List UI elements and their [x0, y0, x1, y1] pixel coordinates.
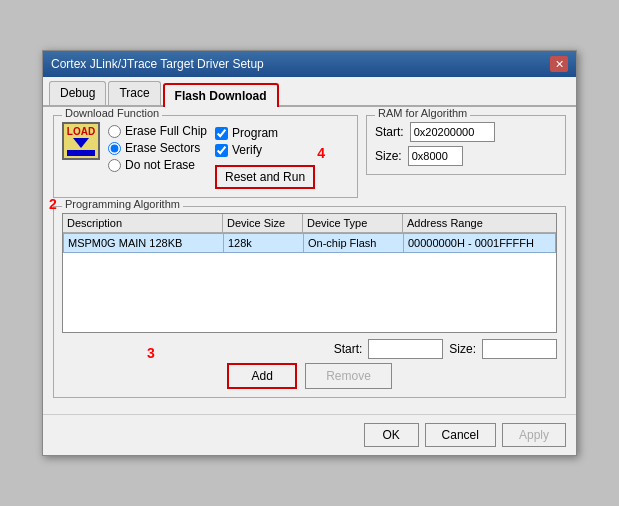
- tab-flash-download[interactable]: Flash Download: [163, 83, 279, 107]
- load-arrow-icon: [73, 138, 89, 148]
- ram-size-row: Size:: [375, 146, 557, 166]
- checkbox-verify: Verify: [215, 143, 315, 157]
- tab-bar: Debug Trace Flash Download: [43, 77, 576, 107]
- ram-size-input[interactable]: [408, 146, 463, 166]
- algorithm-table: Description Device Size Device Type Addr…: [62, 213, 557, 333]
- size-label: Size:: [449, 342, 476, 356]
- titlebar: Cortex JLink/JTrace Target Driver Setup …: [43, 51, 576, 77]
- download-function-group: Download Function LOAD Erase Fu: [53, 115, 358, 198]
- download-function-section: Download Function LOAD Erase Fu: [53, 115, 358, 206]
- tab-debug[interactable]: Debug: [49, 81, 106, 105]
- radio-erase-sectors-input[interactable]: [108, 142, 121, 155]
- download-function-row: LOAD Erase Full Chip: [62, 122, 349, 189]
- radio-erase-sectors: Erase Sectors: [108, 141, 207, 155]
- top-section: Download Function LOAD Erase Fu: [53, 115, 566, 206]
- number2-label: 2: [49, 196, 57, 212]
- ram-start-input[interactable]: [410, 122, 495, 142]
- checkbox-group: Program Verify: [215, 126, 315, 157]
- prog-algo-wrapper: 2 Programming Algorithm Description Devi…: [53, 206, 566, 398]
- cell-address-range: 00000000H - 0001FFFFH: [404, 234, 555, 252]
- radio-erase-full: Erase Full Chip: [108, 124, 207, 138]
- checkbox-program-label: Program: [232, 126, 278, 140]
- start-size-row: Start: Size:: [62, 339, 557, 359]
- checkboxes-section: Program Verify 4 Reset and Run: [215, 124, 315, 189]
- window-title: Cortex JLink/JTrace Target Driver Setup: [51, 57, 264, 71]
- programming-algorithm-group: Programming Algorithm Description Device…: [53, 206, 566, 398]
- reset-run-wrapper: 4 Reset and Run: [215, 161, 315, 189]
- btn-section: 3 Add Remove: [62, 363, 557, 389]
- reset-run-button[interactable]: Reset and Run: [215, 165, 315, 189]
- checkbox-verify-label: Verify: [232, 143, 262, 157]
- col-device-size: Device Size: [223, 214, 303, 232]
- radio-do-not-erase-label: Do not Erase: [125, 158, 195, 172]
- main-window: Cortex JLink/JTrace Target Driver Setup …: [42, 50, 577, 456]
- ram-group: RAM for Algorithm Start: Size:: [366, 115, 566, 175]
- start-label: Start:: [334, 342, 363, 356]
- size-input[interactable]: [482, 339, 557, 359]
- number4-label: 4: [317, 145, 325, 161]
- radio-do-not-erase-input[interactable]: [108, 159, 121, 172]
- start-input[interactable]: [368, 339, 443, 359]
- load-bar: [67, 150, 94, 156]
- ok-button[interactable]: OK: [364, 423, 419, 447]
- number3-label: 3: [147, 345, 155, 361]
- ram-section: RAM for Algorithm Start: Size:: [366, 115, 566, 206]
- add-button[interactable]: Add: [227, 363, 297, 389]
- radio-erase-sectors-label: Erase Sectors: [125, 141, 200, 155]
- ram-group-label: RAM for Algorithm: [375, 107, 470, 119]
- table-header: Description Device Size Device Type Addr…: [63, 214, 556, 233]
- checkbox-verify-input[interactable]: [215, 144, 228, 157]
- radio-erase-full-label: Erase Full Chip: [125, 124, 207, 138]
- ram-start-label: Start:: [375, 125, 404, 139]
- cell-device-size: 128k: [224, 234, 304, 252]
- main-content: Download Function LOAD Erase Fu: [43, 107, 576, 414]
- checkbox-program-input[interactable]: [215, 127, 228, 140]
- table-row[interactable]: MSPM0G MAIN 128KB 128k On-chip Flash 000…: [63, 233, 556, 253]
- apply-button[interactable]: Apply: [502, 423, 566, 447]
- prog-algo-label: Programming Algorithm: [62, 198, 183, 210]
- ram-row: Start:: [375, 122, 557, 142]
- col-description: Description: [63, 214, 223, 232]
- col-address-range: Address Range: [403, 214, 556, 232]
- erase-radio-group: Erase Full Chip Erase Sectors Do not Era…: [108, 124, 207, 172]
- cell-device-type: On-chip Flash: [304, 234, 404, 252]
- ram-size-label: Size:: [375, 149, 402, 163]
- load-icon: LOAD: [62, 122, 100, 160]
- download-function-label: Download Function: [62, 107, 162, 119]
- add-remove-row: Add Remove: [62, 363, 557, 389]
- close-button[interactable]: ✕: [550, 56, 568, 72]
- radio-erase-full-input[interactable]: [108, 125, 121, 138]
- footer: OK Cancel Apply: [43, 414, 576, 455]
- col-device-type: Device Type: [303, 214, 403, 232]
- checkbox-program: Program: [215, 126, 315, 140]
- tab-trace[interactable]: Trace: [108, 81, 160, 105]
- cancel-button[interactable]: Cancel: [425, 423, 496, 447]
- remove-button[interactable]: Remove: [305, 363, 392, 389]
- load-text: LOAD: [67, 126, 95, 137]
- cell-description: MSPM0G MAIN 128KB: [64, 234, 224, 252]
- radio-do-not-erase: Do not Erase: [108, 158, 207, 172]
